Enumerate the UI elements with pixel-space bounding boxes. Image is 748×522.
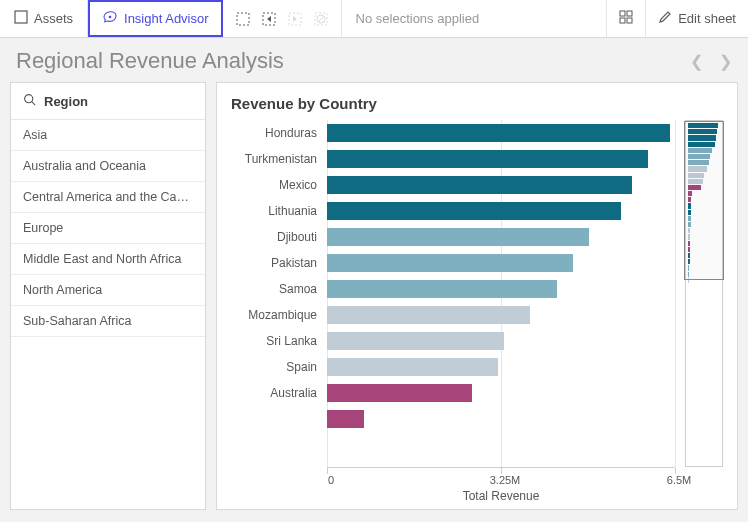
x-axis: Total Revenue 03.25M6.5M	[327, 467, 675, 501]
bar-row[interactable]: Australia	[231, 380, 675, 406]
bar-row[interactable]: Mexico	[231, 172, 675, 198]
bar-fill	[327, 306, 530, 324]
bar-row[interactable]: Samoa	[231, 276, 675, 302]
minimap-bar	[688, 197, 691, 202]
grid-icon	[619, 10, 633, 27]
bar-fill	[327, 228, 589, 246]
minimap-bar	[688, 265, 689, 270]
svg-rect-0	[15, 11, 27, 23]
step-back-icon[interactable]	[261, 11, 277, 27]
bar-label: Turkmenistan	[231, 152, 321, 166]
axis-tick-label: 3.25M	[488, 474, 522, 486]
toolbar: Assets Insight Advisor No selections app…	[0, 0, 748, 38]
minimap-bar	[688, 210, 691, 215]
bar-row[interactable]: Sri Lanka	[231, 328, 675, 354]
svg-line-7	[318, 16, 324, 22]
clear-selections-icon	[313, 11, 329, 27]
minimap-bar	[688, 185, 701, 190]
chart-title: Revenue by Country	[231, 95, 723, 112]
minimap-bar	[688, 179, 703, 184]
minimap-bar	[688, 166, 707, 171]
bookmarks-button[interactable]	[606, 0, 645, 37]
bar-row[interactable]: Djibouti	[231, 224, 675, 250]
minimap-bar	[688, 241, 690, 246]
bar-label: Spain	[231, 360, 321, 374]
bar-fill	[327, 280, 557, 298]
bar-label: Lithuania	[231, 204, 321, 218]
filter-item[interactable]: Middle East and North Africa	[11, 244, 205, 275]
bar-label: Pakistan	[231, 256, 321, 270]
minimap-bar	[688, 203, 691, 208]
bar-row[interactable]: Mozambique	[231, 302, 675, 328]
insight-advisor-button[interactable]: Insight Advisor	[88, 0, 223, 37]
svg-line-13	[32, 102, 35, 105]
assets-button[interactable]: Assets	[0, 0, 88, 37]
bar-label: Mexico	[231, 178, 321, 192]
bar-label: Australia	[231, 386, 321, 400]
minimap-bar	[688, 160, 709, 165]
edit-sheet-button[interactable]: Edit sheet	[645, 0, 748, 37]
chart-body[interactable]: HondurasTurkmenistanMexicoLithuaniaDjibo…	[231, 120, 723, 467]
filter-header[interactable]: Region	[11, 83, 205, 120]
bar-label: Honduras	[231, 126, 321, 140]
svg-point-12	[25, 95, 33, 103]
filter-item[interactable]: North America	[11, 275, 205, 306]
bar-fill	[327, 358, 498, 376]
filter-item[interactable]: Sub-Saharan Africa	[11, 306, 205, 337]
bar-fill	[327, 410, 364, 428]
filter-item[interactable]: Europe	[11, 213, 205, 244]
minimap-bar	[688, 272, 689, 277]
minimap-bar	[688, 247, 690, 252]
minimap-bar	[688, 154, 710, 159]
svg-rect-10	[620, 18, 625, 23]
bar-row[interactable]: Lithuania	[231, 198, 675, 224]
bar-fill	[327, 332, 504, 350]
insight-label: Insight Advisor	[124, 11, 209, 26]
bar-label: Mozambique	[231, 308, 321, 322]
chart-minimap[interactable]	[685, 120, 723, 467]
svg-point-1	[109, 16, 112, 19]
bar-label: Sri Lanka	[231, 334, 321, 348]
filter-item[interactable]: Australia and Oceania	[11, 151, 205, 182]
x-axis-label: Total Revenue	[327, 489, 675, 503]
bar-row[interactable]: Pakistan	[231, 250, 675, 276]
pencil-icon	[658, 10, 672, 27]
sheet-nav: ❮ ❯	[690, 52, 732, 71]
bar-fill	[327, 124, 670, 142]
step-forward-icon	[287, 11, 303, 27]
minimap-bar	[688, 135, 716, 140]
svg-rect-8	[620, 11, 625, 16]
bar-fill	[327, 384, 472, 402]
minimap-bar	[688, 216, 691, 221]
no-selections-label: No selections applied	[356, 11, 480, 26]
minimap-bar	[688, 259, 690, 264]
selections-bar: No selections applied	[342, 0, 607, 37]
bar-fill	[327, 254, 573, 272]
svg-rect-9	[627, 11, 632, 16]
filter-item[interactable]: Central America and the Carib…	[11, 182, 205, 213]
sheet-title-row: Regional Revenue Analysis ❮ ❯	[0, 38, 748, 82]
bar-row[interactable]: Spain	[231, 354, 675, 380]
prev-sheet-icon[interactable]: ❮	[690, 52, 703, 71]
filter-title: Region	[44, 94, 88, 109]
bar-row[interactable]: Honduras	[231, 120, 675, 146]
bar-row[interactable]	[231, 406, 675, 432]
minimap-bar	[688, 222, 691, 227]
next-sheet-icon[interactable]: ❯	[719, 52, 732, 71]
svg-rect-2	[237, 13, 249, 25]
minimap-bar	[688, 123, 718, 128]
bar-label: Djibouti	[231, 230, 321, 244]
svg-rect-11	[627, 18, 632, 23]
insight-icon	[102, 9, 118, 28]
filter-item[interactable]: Asia	[11, 120, 205, 151]
minimap-bar	[688, 142, 715, 147]
assets-label: Assets	[34, 11, 73, 26]
bar-row[interactable]: Turkmenistan	[231, 146, 675, 172]
edit-label: Edit sheet	[678, 11, 736, 26]
chart-panel: Revenue by Country HondurasTurkmenistanM…	[216, 82, 738, 510]
smart-select-icon[interactable]	[235, 11, 251, 27]
minimap-bar	[688, 234, 690, 239]
assets-icon	[14, 10, 28, 27]
minimap-bar	[688, 191, 692, 196]
minimap-bar	[688, 173, 704, 178]
